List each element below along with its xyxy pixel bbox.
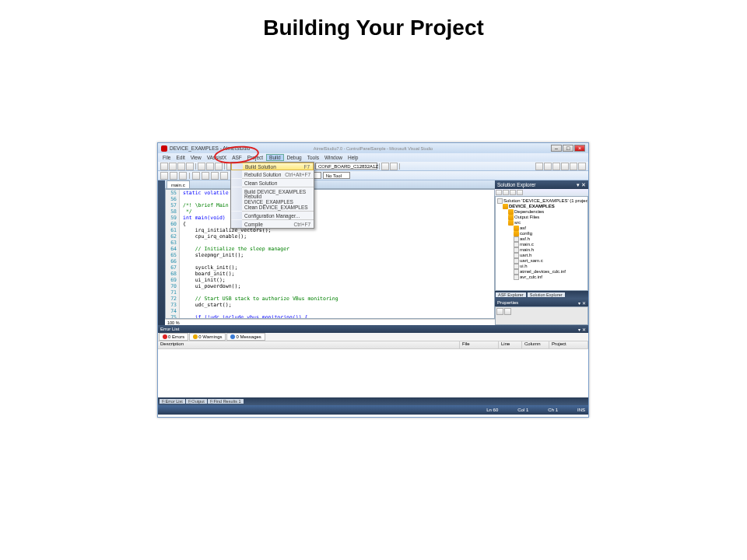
col-column[interactable]: Column xyxy=(522,341,549,348)
error-filter-tabs: 0 Errors0 Warnings0 Messages xyxy=(158,333,588,341)
se-tool1[interactable] xyxy=(496,190,502,195)
tool-open[interactable] xyxy=(169,163,177,170)
status-ch: Ch 1 xyxy=(548,408,558,412)
col-file[interactable]: File xyxy=(460,341,499,348)
tab-asf-explorer[interactable]: ASF Explorer xyxy=(496,292,526,297)
col-description[interactable]: Description xyxy=(158,341,460,348)
se-tool2[interactable] xyxy=(503,190,509,195)
tool-dropdown[interactable]: No Tool xyxy=(323,172,350,179)
tool-save[interactable] xyxy=(177,163,185,170)
status-bar: Ln 60 Col 1 Ch 1 INS xyxy=(158,405,588,415)
tool-r3[interactable] xyxy=(552,163,560,170)
menu-edit[interactable]: Edit xyxy=(174,155,187,160)
maximize-button[interactable]: □ xyxy=(563,145,573,152)
build-menu-dropdown[interactable]: Build SolutionF7Rebuild SolutionCtrl+Alt… xyxy=(230,162,314,229)
tool-new[interactable] xyxy=(160,163,168,170)
editor-zoom: 100 % xyxy=(165,319,495,325)
tool-d5[interactable] xyxy=(202,172,209,180)
bottom-tab-error-list[interactable]: ⎘ Error List xyxy=(160,399,185,404)
tool-paste[interactable] xyxy=(215,163,223,170)
menu-build[interactable]: Build xyxy=(266,154,283,161)
status-ins: INS xyxy=(577,408,585,412)
menu-debug[interactable]: Debug xyxy=(285,155,304,160)
menu-item-build-solution[interactable]: Build SolutionF7 xyxy=(231,163,314,170)
error-tab-0-errors[interactable]: 0 Errors xyxy=(159,333,188,341)
tab-main-c[interactable]: main.c xyxy=(167,180,190,188)
menu-view[interactable]: View xyxy=(188,155,204,160)
right-panel-tabs: ASF Explorer Solution Explorer xyxy=(495,291,588,299)
col-project[interactable]: Project xyxy=(549,341,588,348)
status-ln: Ln 60 xyxy=(486,408,498,412)
menu-item-clean-device-examples[interactable]: Clean DEVICE_EXAMPLES xyxy=(231,203,314,211)
tool-r6[interactable] xyxy=(578,163,586,170)
solution-tree[interactable]: Solution 'DEVICE_EXAMPLES' (1 project)DE… xyxy=(495,196,588,291)
panel-controls-icon[interactable]: ▾ ✕ xyxy=(578,300,586,306)
tool-d6[interactable] xyxy=(211,172,219,180)
tool-cut[interactable] xyxy=(198,163,205,170)
solution-explorer-title: Solution Explorer▾ ✕ xyxy=(495,180,588,189)
code-editor[interactable]: 5556575859606162636465666768697071727374… xyxy=(165,189,495,319)
panel-pin-icon[interactable]: ▾ ✕ xyxy=(577,182,586,188)
tool-misc2[interactable] xyxy=(390,163,398,170)
tool-misc1[interactable] xyxy=(381,163,389,170)
menu-item-clean-solution[interactable]: Clean Solution xyxy=(231,179,314,187)
menu-item-rebuild-solution[interactable]: Rebuild SolutionCtrl+Alt+F7 xyxy=(231,170,314,178)
editor-panel: main.c 555657585960616263646566676869707… xyxy=(165,180,495,325)
line-gutter: 5556575859606162636465666768697071727374… xyxy=(166,190,180,318)
board-dropdown[interactable]: CONF_BOARD_C12832A1Z xyxy=(315,163,377,170)
toolbar-primary: Debug CONF_BOARD_C12832A1Z xyxy=(158,162,588,171)
close-button[interactable]: × xyxy=(574,145,585,152)
bottom-tabs: ⎘ Error List⎘ Output⎘ Find Results 1 xyxy=(158,397,588,405)
minimize-button[interactable]: – xyxy=(551,145,562,152)
toolbar-secondary: Hex ATSAM4S16C No Tool xyxy=(158,171,588,180)
error-grid-header: Description File Line Column Project xyxy=(158,341,588,349)
tool-copy[interactable] xyxy=(206,163,214,170)
editor-tab-bar: main.c xyxy=(165,180,495,189)
status-col: Col 1 xyxy=(517,408,528,412)
tool-d4[interactable] xyxy=(192,172,200,180)
bottom-tab-find-results-1[interactable]: ⎘ Find Results 1 xyxy=(208,399,244,404)
app-icon xyxy=(161,145,167,152)
tool-d3[interactable] xyxy=(179,172,187,180)
tool-saveall[interactable] xyxy=(186,163,194,170)
col-line[interactable]: Line xyxy=(499,341,522,348)
menu-help[interactable]: Help xyxy=(345,155,360,160)
bottom-tab-output[interactable]: ⎘ Output xyxy=(186,399,207,404)
code-content[interactable]: static volatile bool /*! \brief Main fun… xyxy=(180,190,494,318)
left-ruler xyxy=(158,180,165,325)
tool-r4[interactable] xyxy=(561,163,569,170)
prop-cat[interactable] xyxy=(496,308,503,315)
properties-title: Properties▾ ✕ xyxy=(495,299,588,306)
ide-window: DEVICE_EXAMPLES - AtmelStudio AtmelStudi… xyxy=(157,142,589,418)
prop-az[interactable] xyxy=(504,308,511,315)
tool-r2[interactable] xyxy=(544,163,552,170)
se-tool4[interactable] xyxy=(517,190,523,195)
error-list-title: Error List▾ ✕ xyxy=(158,325,588,333)
slide-title: Building Your Project xyxy=(0,0,747,40)
right-panel: Solution Explorer▾ ✕ Solution 'DEVICE_EX… xyxy=(495,180,588,325)
window-subtitle: AtmelStudio7.0 - ControlPanelSample - Mi… xyxy=(314,146,433,151)
tool-r5[interactable] xyxy=(570,163,577,170)
menu-item-configuration-manager-[interactable]: Configuration Manager... xyxy=(231,212,314,219)
tool-d1[interactable] xyxy=(160,172,168,180)
error-tab-0-warnings[interactable]: 0 Warnings xyxy=(189,333,226,341)
tab-solution-explorer[interactable]: Solution Explorer xyxy=(528,292,565,297)
tool-d7[interactable] xyxy=(220,172,228,180)
panel-controls-icon[interactable]: ▾ ✕ xyxy=(578,327,586,332)
menu-item-rebuild-device-examples[interactable]: Rebuild DEVICE_EXAMPLES xyxy=(231,195,314,203)
main-area: main.c 555657585960616263646566676869707… xyxy=(158,180,588,325)
properties-body xyxy=(495,306,588,325)
menu-item-compile[interactable]: CompileCtrl+F7 xyxy=(231,220,314,228)
se-tool3[interactable] xyxy=(510,190,516,195)
error-grid-body xyxy=(158,349,588,397)
menu-tools[interactable]: Tools xyxy=(305,155,321,160)
tool-d2[interactable] xyxy=(170,172,177,180)
tool-r1[interactable] xyxy=(535,163,543,170)
menu-file[interactable]: File xyxy=(160,155,173,160)
menu-window[interactable]: Window xyxy=(322,155,345,160)
error-tab-0-messages[interactable]: 0 Messages xyxy=(226,333,265,341)
